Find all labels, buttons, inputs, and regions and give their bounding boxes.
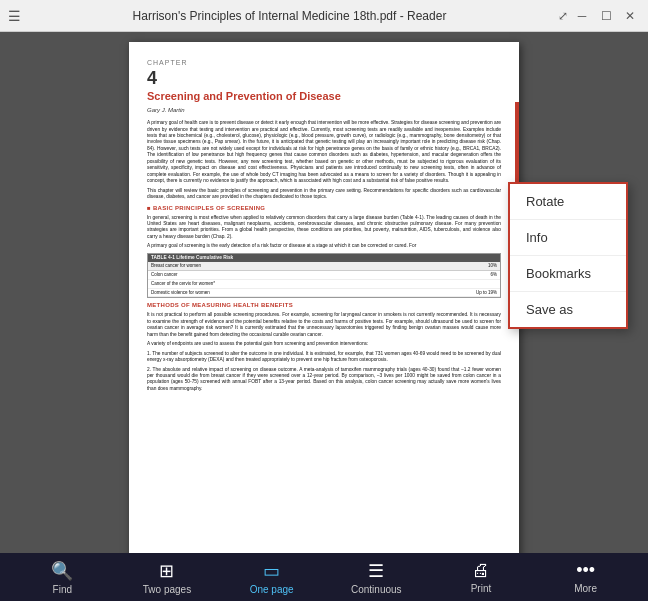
menu-item-info[interactable]: Info (510, 220, 626, 256)
continuous-icon: ☰ (368, 560, 384, 582)
table-row: Cancer of the cervix for women* (148, 280, 500, 289)
minimize-button[interactable]: ─ (572, 6, 592, 26)
table-4-1: TABLE 4-1 Lifetime Cumulative Risk Breas… (147, 253, 501, 299)
section-heading-2: METHODS OF MEASURING HEALTH BENEFITS (147, 302, 501, 310)
table-cell-violence: Domestic violence for women (148, 289, 460, 297)
main-area: Screening and Prevention of Disease CHAP… (0, 32, 648, 553)
body-text-3: In general, screening is most effective … (147, 215, 501, 241)
continuous-label: Continuous (351, 584, 402, 595)
table-row: Domestic violence for women Up to 19% (148, 289, 500, 298)
table-cell-cervix: Cancer of the cervix for women* (148, 280, 460, 288)
one-page-button[interactable]: ▭ One page (242, 560, 302, 595)
more-label: More (574, 583, 597, 594)
menu-item-bookmarks[interactable]: Bookmarks (510, 256, 626, 292)
title-bar-left: ☰ (8, 8, 21, 24)
print-icon: 🖨 (472, 560, 490, 581)
context-menu: Rotate Info Bookmarks Save as (508, 182, 628, 329)
print-label: Print (471, 583, 492, 594)
body-text-2: This chapter will review the basic princ… (147, 188, 501, 201)
chapter-label: CHAPTER (147, 58, 501, 67)
table-header-row: Breast cancer for women 10% (148, 262, 500, 271)
continuous-button[interactable]: ☰ Continuous (346, 560, 406, 595)
more-button[interactable]: ••• More (556, 560, 616, 594)
list-item-1: 1. The number of subjects screened to al… (147, 351, 501, 364)
section-heading-1: ■ BASIC PRINCIPLES OF SCREENING (147, 205, 501, 213)
chapter-title: Screening and Prevention of Disease (147, 90, 501, 103)
title-bar: ☰ Harrison's Principles of Internal Medi… (0, 0, 648, 32)
window-title: Harrison's Principles of Internal Medici… (21, 9, 558, 23)
find-icon: 🔍 (51, 560, 73, 582)
body-text-1: A primary goal of health care is to prev… (147, 120, 501, 185)
table-cell-cervix-risk (460, 280, 500, 288)
list-item-2: 2. The absolute and relative impact of s… (147, 367, 501, 393)
one-page-icon: ▭ (263, 560, 280, 582)
two-pages-icon: ⊞ (159, 560, 174, 582)
table-cell-colon-risk: 6% (460, 271, 500, 279)
pdf-page: Screening and Prevention of Disease CHAP… (0, 32, 648, 553)
expand-icon[interactable]: ⤢ (558, 9, 568, 23)
table-row: Colon cancer 6% (148, 271, 500, 280)
close-button[interactable]: ✕ (620, 6, 640, 26)
two-pages-button[interactable]: ⊞ Two pages (137, 560, 197, 595)
more-icon: ••• (576, 560, 595, 581)
body-text-4: A primary goal of screening is the early… (147, 243, 501, 249)
maximize-button[interactable]: ☐ (596, 6, 616, 26)
title-bar-controls: ⤢ ─ ☐ ✕ (558, 6, 640, 26)
body-text-5: It is not practical to perform all possi… (147, 312, 501, 338)
table-header-cancer: Breast cancer for women (148, 262, 460, 270)
find-button[interactable]: 🔍 Find (32, 560, 92, 595)
body-text-6: A variety of endpoints are used to asses… (147, 341, 501, 347)
author-name: Gary J. Martin (147, 107, 501, 115)
table-cell-colon: Colon cancer (148, 271, 460, 279)
find-label: Find (53, 584, 72, 595)
page-content: Screening and Prevention of Disease CHAP… (129, 42, 519, 553)
menu-item-save-as[interactable]: Save as (510, 292, 626, 327)
two-pages-label: Two pages (143, 584, 191, 595)
table-cell-violence-risk: Up to 19% (460, 289, 500, 297)
table-header-risk: 10% (460, 262, 500, 270)
table-title: TABLE 4-1 Lifetime Cumulative Risk (148, 254, 500, 262)
hamburger-icon[interactable]: ☰ (8, 8, 21, 24)
menu-item-rotate[interactable]: Rotate (510, 184, 626, 220)
print-button[interactable]: 🖨 Print (451, 560, 511, 594)
bottom-toolbar: 🔍 Find ⊞ Two pages ▭ One page ☰ Continuo… (0, 553, 648, 601)
chapter-number: 4 (147, 69, 501, 87)
one-page-label: One page (250, 584, 294, 595)
